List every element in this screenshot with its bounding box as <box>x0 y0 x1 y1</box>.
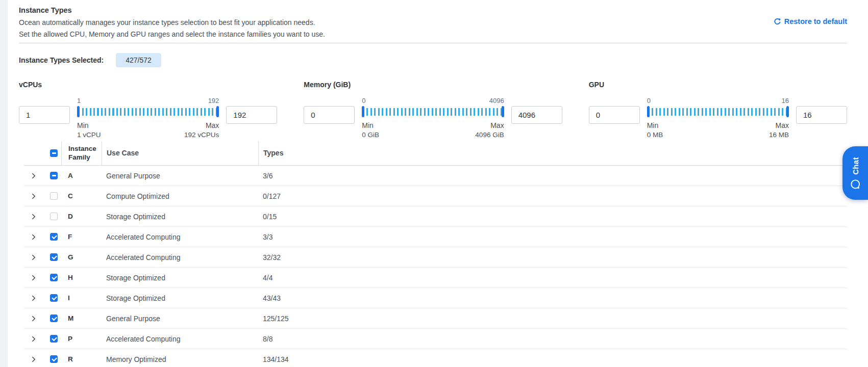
use-case-cell: Storage Optimized <box>102 213 258 221</box>
expand-chevron-icon[interactable] <box>30 295 35 301</box>
family-cell: D <box>61 213 102 220</box>
family-cell: F <box>61 233 102 241</box>
select-all-checkbox[interactable] <box>50 149 58 157</box>
row-checkbox[interactable] <box>50 294 58 302</box>
range-slider-track[interactable] <box>362 106 504 117</box>
use-case-cell: General Purpose <box>102 172 258 180</box>
sliders-row: vCPUs 1 192 <box>19 81 847 139</box>
slider-max-handle[interactable] <box>786 106 789 117</box>
expand-chevron-icon[interactable] <box>30 234 35 240</box>
row-checkbox-cell <box>46 314 61 322</box>
slider-max-handle[interactable] <box>216 106 219 117</box>
slider-section: Memory (GiB) 0 4096 <box>304 81 562 139</box>
use-case-cell: Accelerated Computing <box>102 335 258 343</box>
max-input[interactable] <box>511 106 562 124</box>
slider-min-handle[interactable] <box>647 106 650 117</box>
slider-max-block: Max 192 vCPUs <box>184 121 219 139</box>
chat-bubble-icon <box>851 179 860 189</box>
slider-section: GPU 0 16 <box>589 81 847 139</box>
slider-min-handle[interactable] <box>362 106 364 117</box>
table-row: F Accelerated Computing 3/3 <box>24 227 847 247</box>
min-input[interactable] <box>304 106 355 124</box>
row-checkbox-cell <box>46 355 61 363</box>
table-row: R Memory Optimized 134/134 <box>24 349 847 367</box>
family-cell: H <box>61 274 102 281</box>
description-line-1: Ocean automatically manages your instanc… <box>19 18 325 27</box>
slider-min-block: Min 1 vCPU <box>77 121 101 139</box>
restore-to-default-link[interactable]: Restore to default <box>774 17 847 25</box>
row-checkbox-cell <box>46 274 61 281</box>
slider-max-value-label: 4096 <box>489 97 504 105</box>
row-chevron-cell <box>24 357 46 361</box>
types-cell: 0/15 <box>258 213 847 221</box>
max-input[interactable] <box>226 106 277 124</box>
table-row: M General Purpose 125/125 <box>24 308 847 329</box>
expand-chevron-icon[interactable] <box>30 275 35 280</box>
chat-button[interactable]: Chat <box>842 146 868 200</box>
family-cell: A <box>61 172 102 179</box>
row-checkbox[interactable] <box>50 355 58 363</box>
family-cell: I <box>61 294 102 302</box>
column-header-types: Types <box>258 141 847 165</box>
slider-bottom-labels: Min 0 MB Max 16 MB <box>647 121 789 139</box>
slider-ticks <box>78 108 218 116</box>
row-checkbox[interactable] <box>50 274 58 281</box>
family-cell: G <box>61 253 102 261</box>
expand-chevron-icon[interactable] <box>30 316 35 321</box>
range-slider-track[interactable] <box>77 106 219 117</box>
expand-chevron-icon[interactable] <box>30 173 35 178</box>
table-row: H Storage Optimized 4/4 <box>24 268 847 288</box>
row-checkbox[interactable] <box>50 253 58 261</box>
expand-chevron-icon[interactable] <box>30 214 35 219</box>
table-row: D Storage Optimized 0/15 <box>24 206 847 227</box>
row-checkbox[interactable] <box>50 192 58 200</box>
slider-middle: 0 16 Min 0 MB <box>647 97 789 139</box>
slider-ticks <box>648 108 788 116</box>
types-cell: 43/43 <box>258 294 847 302</box>
row-checkbox[interactable] <box>50 213 58 220</box>
table-row: I Storage Optimized 43/43 <box>24 288 847 308</box>
row-checkbox-cell <box>46 213 61 220</box>
row-chevron-cell <box>24 317 46 321</box>
min-input[interactable] <box>19 106 70 124</box>
expand-chevron-icon[interactable] <box>30 356 35 362</box>
types-cell: 4/4 <box>258 274 847 282</box>
max-input[interactable] <box>796 106 847 124</box>
slider-min-value-label: 0 <box>647 97 651 105</box>
row-chevron-cell <box>24 174 46 178</box>
slider-controls: 1 192 Min 1 vCPU <box>19 97 277 139</box>
row-checkbox-cell <box>46 233 61 241</box>
use-case-cell: Compute Optimized <box>102 192 258 200</box>
row-checkbox[interactable] <box>50 335 58 343</box>
row-checkbox-cell <box>46 172 61 179</box>
use-case-cell: Memory Optimized <box>102 355 258 363</box>
slider-ticks <box>363 108 503 116</box>
range-slider-track[interactable] <box>647 106 789 117</box>
slider-title: vCPUs <box>19 81 277 89</box>
slider-min-handle[interactable] <box>77 106 80 117</box>
row-checkbox-cell <box>46 294 61 302</box>
slider-bottom-labels: Min 0 GiB Max 4096 GiB <box>362 121 504 139</box>
row-chevron-cell <box>24 296 46 300</box>
slider-max-value-label: 192 <box>208 97 219 105</box>
row-checkbox[interactable] <box>50 233 58 241</box>
row-chevron-cell <box>24 255 46 259</box>
min-input[interactable] <box>589 106 640 124</box>
instance-families-table: Instance Family Use Case Types A General… <box>24 141 847 367</box>
panel-header-text: Instance Types Ocean automatically manag… <box>19 5 325 39</box>
slider-max-handle[interactable] <box>502 106 504 117</box>
slider-middle: 0 4096 Min 0 GiB <box>362 97 504 139</box>
row-checkbox[interactable] <box>50 172 58 179</box>
min-sub-label: 1 vCPU <box>77 130 101 139</box>
expand-chevron-icon[interactable] <box>30 254 35 260</box>
slider-max-block: Max 16 MB <box>769 121 789 139</box>
table-row: P Accelerated Computing 8/8 <box>24 329 847 349</box>
row-checkbox-cell <box>46 192 61 200</box>
use-case-cell: Accelerated Computing <box>102 233 258 241</box>
family-cell: R <box>61 355 102 363</box>
expand-chevron-icon[interactable] <box>30 193 35 199</box>
expand-chevron-icon[interactable] <box>30 336 35 342</box>
slider-max-block: Max 4096 GiB <box>475 121 504 139</box>
row-checkbox[interactable] <box>50 314 58 322</box>
min-label: Min <box>362 121 379 130</box>
